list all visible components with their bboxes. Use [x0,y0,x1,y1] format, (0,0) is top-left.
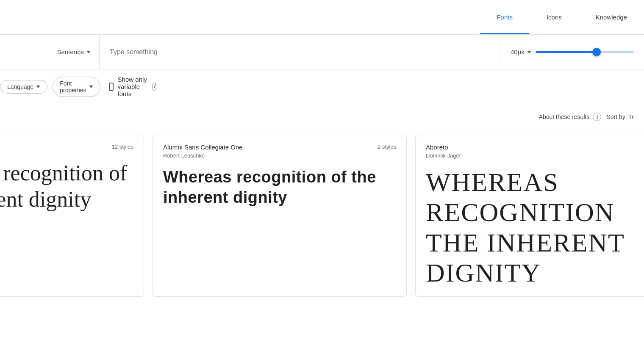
about-results[interactable]: About these results ℹ [539,113,602,121]
size-chevron-icon [527,51,531,53]
card-2-styles: 2 styles [378,144,396,150]
tab-knowledge[interactable]: Knowledge [579,0,644,34]
card-3-preview-text: WHEREAS RECOGNITION THE INHERENT DIGNITY [426,167,634,288]
nav-tabs: Fonts Icons Knowledge [480,0,644,34]
tab-icons[interactable]: Icons [530,0,579,34]
font-card-2[interactable]: Alumni Sans Collegiate One 2 styles Robe… [153,135,407,297]
card-1-preview-text: s recognition ofrent dignity [0,160,127,213]
results-bar: About these results ℹ Sort by: Tr [0,104,644,130]
font-size-slider[interactable] [536,51,634,53]
font-cards-container: 12 styles s recognition ofrent dignity A… [0,130,644,297]
card-2-preview-text: Whereas recognition of the inherent dign… [163,167,396,207]
card-3-author: Dominik Jäger [426,152,634,159]
card-1-preview: s recognition ofrent dignity [0,160,133,288]
font-card-1[interactable]: 12 styles s recognition ofrent dignity [0,135,144,297]
variable-fonts-checkbox[interactable] [109,83,114,91]
preview-type-selector: Sentence [0,35,100,69]
slider-fill [536,51,595,53]
filter-bar: Language Font properties Show only varia… [0,69,644,104]
card-2-author: Robert Leuschke [163,152,396,159]
top-nav: Fonts Icons Knowledge [0,0,644,35]
preview-input-area [100,35,500,69]
card-3-preview: WHEREAS RECOGNITION THE INHERENT DIGNITY [426,167,634,288]
font-card-3[interactable]: Aboreto Dominik Jäger WHEREAS RECOGNITIO… [415,135,644,297]
preview-text-input[interactable] [110,48,500,56]
fontprops-chevron-icon [89,86,93,88]
preview-bar: Sentence 40px [0,35,644,69]
size-dropdown[interactable]: 40px [511,48,531,55]
card-1-header: 12 styles [0,144,133,150]
language-filter[interactable]: Language [0,80,47,94]
slider-thumb[interactable] [592,48,601,56]
sentence-dropdown[interactable]: Sentence [53,46,95,58]
card-2-font-name: Alumni Sans Collegiate One [163,144,243,151]
about-results-info-icon[interactable]: ℹ [593,113,601,121]
variable-fonts-info-icon[interactable]: ℹ [152,83,156,91]
language-chevron-icon [36,86,40,88]
card-3-header: Aboreto [426,144,634,151]
variable-fonts-filter: Show only variable fonts ℹ [109,76,157,97]
card-2-header: Alumni Sans Collegiate One 2 styles [163,144,396,151]
font-properties-filter[interactable]: Font properties [53,77,100,97]
card-2-preview: Whereas recognition of the inherent dign… [163,167,396,288]
size-control: 40px [500,35,644,69]
card-1-styles: 12 styles [112,144,133,150]
sort-by[interactable]: Sort by: Tr [606,113,634,120]
card-3-font-name: Aboreto [426,144,448,151]
tab-fonts[interactable]: Fonts [480,0,530,34]
chevron-down-icon [86,51,91,53]
